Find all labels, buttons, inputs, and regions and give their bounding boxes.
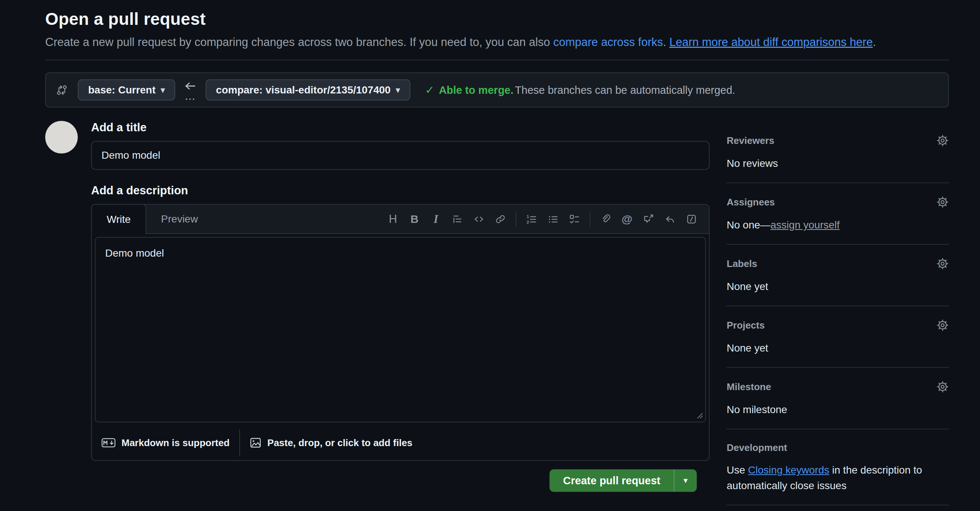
- reviewers-gear-button[interactable]: [936, 134, 949, 147]
- paperclip-icon: [600, 214, 611, 225]
- labels-gear-button[interactable]: [936, 257, 949, 270]
- pr-form: Add a title Add a description Write Prev…: [91, 121, 710, 511]
- sidebar-section-milestone: Milestone No milestone: [727, 380, 949, 430]
- attach-file-button[interactable]: [595, 207, 616, 231]
- italic-button[interactable]: I: [425, 207, 447, 231]
- link-button[interactable]: [490, 207, 511, 231]
- sidebar-section-reviewers: Reviewers No reviews: [727, 134, 949, 183]
- caret-down-icon: ▾: [683, 476, 687, 485]
- markdown-supported[interactable]: Markdown is supported: [102, 437, 230, 449]
- editor-tab-bar: Write Preview H B I: [92, 205, 709, 234]
- loading-dots: …: [185, 92, 196, 100]
- header-divider: [45, 60, 949, 61]
- compare-branch-label: compare: visual-editor/2135/107400: [216, 84, 391, 96]
- gear-icon: [936, 380, 949, 393]
- editor-footer: Markdown is supported Paste, drop, or cl…: [92, 427, 709, 460]
- mention-button[interactable]: @: [616, 207, 638, 231]
- reviewers-value: No reviews: [727, 156, 949, 171]
- compare-branch-selector[interactable]: compare: visual-editor/2135/107400 ▾: [205, 79, 410, 101]
- branch-compare-bar: base: Current ▾ … compare: visual-editor…: [45, 72, 949, 107]
- labels-value: None yet: [727, 279, 949, 294]
- reviewers-title: Reviewers: [727, 135, 775, 147]
- bold-button[interactable]: B: [404, 207, 425, 231]
- assign-yourself-link[interactable]: assign yourself: [770, 219, 840, 231]
- tab-preview[interactable]: Preview: [146, 205, 213, 233]
- gear-icon: [936, 134, 949, 147]
- gear-icon: [936, 196, 949, 208]
- compare-across-forks-link[interactable]: compare across forks: [553, 35, 663, 49]
- pr-sidebar: Reviewers No reviews Assignees No one—as…: [727, 121, 949, 511]
- attach-files-area[interactable]: Paste, drop, or click to add files: [250, 437, 413, 449]
- projects-title: Projects: [727, 319, 765, 331]
- assignees-gear-button[interactable]: [936, 196, 949, 208]
- page-subtitle: Create a new pull request by comparing c…: [45, 34, 949, 50]
- compare-direction: …: [183, 80, 197, 100]
- git-compare-icon: [56, 84, 68, 96]
- page-title: Open a pull request: [45, 9, 949, 29]
- projects-value: None yet: [727, 340, 949, 356]
- numbered-list-icon: 12: [526, 214, 537, 225]
- cross-reference-icon: [643, 214, 654, 225]
- code-button[interactable]: [468, 207, 490, 231]
- markdown-toolbar: H B I 12: [382, 205, 709, 233]
- svg-text:2: 2: [527, 220, 529, 224]
- cross-reference-button[interactable]: [638, 207, 659, 231]
- sidebar-section-labels: Labels None yet: [727, 257, 949, 306]
- sidebar-section-development: Development Use Closing keywords in the …: [727, 442, 949, 505]
- subtitle-text: .: [663, 35, 669, 49]
- heading-icon: H: [389, 212, 397, 226]
- pull-request-compose-page: Open a pull request Create a new pull re…: [0, 0, 980, 511]
- base-branch-label: base: Current: [88, 84, 156, 96]
- development-title: Development: [727, 442, 787, 454]
- reply-icon: [665, 214, 676, 225]
- create-pull-request-button[interactable]: Create pull request: [550, 469, 674, 492]
- pr-title-input[interactable]: [91, 141, 710, 170]
- code-icon: [473, 214, 484, 225]
- bullet-list-icon: [547, 214, 558, 225]
- projects-gear-button[interactable]: [936, 319, 949, 332]
- reply-button[interactable]: [659, 207, 681, 231]
- toolbar-separator: [590, 211, 590, 227]
- subtitle-text: Create a new pull request by comparing c…: [45, 35, 553, 49]
- tab-write[interactable]: Write: [91, 204, 146, 234]
- sidebar-section-assignees: Assignees No one—assign yourself: [727, 196, 949, 245]
- development-text: Use: [727, 464, 748, 476]
- avatar: [45, 121, 78, 153]
- avatar-column: [45, 121, 91, 511]
- pr-description-textarea[interactable]: Demo model: [95, 237, 706, 422]
- toolbar-separator: [515, 211, 516, 227]
- milestone-value: No milestone: [727, 402, 949, 418]
- create-pull-request-dropdown[interactable]: ▾: [674, 469, 697, 492]
- heading-button[interactable]: H: [382, 207, 404, 231]
- markdown-editor: Write Preview H B I: [91, 204, 710, 461]
- gear-icon: [936, 319, 949, 332]
- caret-down-icon: ▾: [161, 86, 165, 94]
- assignees-value: No one—: [727, 219, 770, 231]
- task-list-button[interactable]: [564, 207, 585, 231]
- numbered-list-button[interactable]: 12: [521, 207, 542, 231]
- page-header: Open a pull request Create a new pull re…: [45, 9, 949, 50]
- check-icon: ✓: [425, 83, 434, 96]
- resize-grip[interactable]: [696, 412, 704, 421]
- editor-body: Demo model: [92, 234, 709, 427]
- slash-command-button[interactable]: [681, 207, 702, 231]
- milestone-title: Milestone: [727, 381, 771, 393]
- closing-keywords-link[interactable]: Closing keywords: [748, 464, 829, 476]
- assignees-title: Assignees: [727, 196, 775, 208]
- attach-files-label: Paste, drop, or click to add files: [267, 437, 413, 449]
- footer-divider: [239, 429, 240, 457]
- milestone-gear-button[interactable]: [936, 380, 949, 393]
- bold-icon: B: [410, 213, 418, 225]
- labels-title: Labels: [727, 258, 757, 270]
- markdown-icon: [102, 438, 116, 447]
- sidebar-section-projects: Projects None yet: [727, 319, 949, 368]
- markdown-supported-label: Markdown is supported: [121, 437, 230, 449]
- base-branch-selector[interactable]: base: Current ▾: [78, 79, 175, 101]
- gear-icon: [936, 257, 949, 270]
- bullet-list-button[interactable]: [542, 207, 564, 231]
- submit-row: Create pull request ▾: [91, 469, 710, 492]
- description-field-label: Add a description: [91, 184, 710, 197]
- quote-button[interactable]: [447, 207, 468, 231]
- subtitle-text: .: [873, 35, 876, 49]
- learn-more-diff-link[interactable]: Learn more about diff comparisons here: [669, 35, 873, 49]
